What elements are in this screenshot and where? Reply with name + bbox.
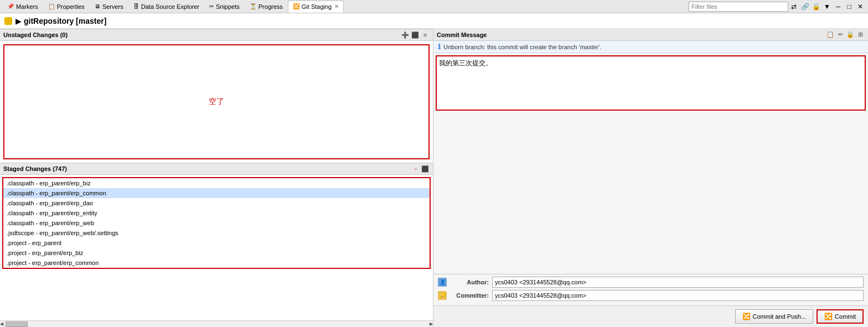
repo-icon (4, 17, 12, 25)
staged-section-header: Staged Changes (747) － ⬛ (0, 163, 433, 175)
unstaged-empty-text: 空了 (209, 97, 224, 107)
tab-progress-label: Progress (259, 3, 283, 10)
h-scroll-left-arrow[interactable]: ◀ (0, 321, 3, 326)
commit-push-icon: 🔀 (742, 313, 751, 320)
cm-icon1[interactable]: 📋 (826, 30, 835, 39)
commit-message-header: Commit Message 📋 ✏ 🔒 ⊞ (433, 29, 868, 41)
cm-icon2[interactable]: ✏ (836, 30, 845, 39)
tab-gitstaging-label: Git Staging (302, 3, 332, 10)
left-panel: Unstaged Changes (0) ➕ ⬛ ≡ 空了 Staged Cha… (0, 29, 433, 327)
tab-snippets[interactable]: ✂ Snippets (204, 1, 245, 13)
link-icon[interactable]: 🔗 (800, 2, 810, 12)
commit-icon: 🔀 (824, 313, 833, 320)
tab-gitstaging[interactable]: 🔀 Git Staging ✕ (288, 1, 344, 13)
tab-markers[interactable]: 📌 Markers (2, 1, 43, 13)
staged-title: Staged Changes (747) (3, 165, 411, 172)
gitstaging-icon: 🔀 (293, 3, 299, 9)
commit-info-bar: ℹ Unborn branch: this commit will create… (433, 41, 868, 53)
info-text: Unborn branch: this commit will create t… (443, 44, 601, 50)
snippets-icon: ✂ (209, 3, 214, 9)
tab-datasource-label: Data Source Explorer (141, 3, 199, 10)
committer-input[interactable] (492, 290, 864, 301)
right-panel: Commit Message 📋 ✏ 🔒 ⊞ ℹ Unborn branch: … (433, 29, 868, 327)
commit-button[interactable]: 🔀 Commit (817, 309, 864, 324)
tab-properties-label: Properties (57, 3, 85, 10)
info-icon: ℹ (438, 43, 441, 51)
list-item[interactable]: .jsdtscope - erp_parent/erp_web/.setting… (3, 228, 430, 238)
datasource-icon: 🗄 (133, 3, 139, 9)
unstaged-area: 空了 (0, 41, 433, 163)
servers-icon: 🖥 (95, 3, 100, 9)
properties-icon: 📋 (48, 3, 55, 9)
markers-icon: 📌 (7, 3, 14, 9)
staged-actions: － ⬛ (411, 164, 430, 173)
tab-bar-right: ⇄ 🔗 🔒 ▼ ─ □ ✕ (689, 2, 868, 12)
unstaged-border-box: 空了 (3, 44, 430, 159)
list-item[interactable]: .project - erp_parent/erp_biz (3, 248, 430, 258)
minimize-icon[interactable]: ─ (833, 2, 843, 12)
commit-label: Commit (835, 313, 856, 320)
staged-remove-icon[interactable]: － (411, 164, 420, 173)
cm-grid-icon[interactable]: ⊞ (856, 30, 865, 39)
commit-textarea-wrapper: 我的第三次提交。 (436, 55, 866, 111)
tab-servers[interactable]: 🖥 Servers (90, 1, 128, 13)
commit-message-area: 我的第三次提交。 (433, 53, 868, 274)
tab-gitstaging-close[interactable]: ✕ (334, 3, 339, 9)
author-row: 👤 Author: (438, 277, 864, 288)
bottom-actions: 🔀 Commit and Push... 🔀 Commit (433, 305, 868, 327)
author-section: 👤 Author: 🔑 Committer: (433, 274, 868, 305)
commit-message-rest (436, 111, 866, 272)
tab-properties[interactable]: 📋 Properties (43, 1, 90, 13)
lock-icon[interactable]: 🔒 (811, 2, 821, 12)
title-bar: ▶ gitRepository [master] (0, 13, 868, 29)
h-scroll-right-arrow[interactable]: ▶ (430, 321, 433, 326)
commit-and-push-label: Commit and Push... (753, 313, 807, 320)
tab-bar: 📌 Markers 📋 Properties 🖥 Servers 🗄 Data … (0, 0, 868, 13)
list-item[interactable]: .classpath - erp_parent/erp_biz (3, 178, 430, 188)
unstaged-title: Unstaged Changes (0) (3, 32, 401, 38)
close-icon[interactable]: ✕ (855, 2, 865, 12)
tab-servers-label: Servers (102, 3, 123, 10)
commit-message-input[interactable]: 我的第三次提交。 (437, 56, 865, 110)
unstaged-section-header: Unstaged Changes (0) ➕ ⬛ ≡ (0, 29, 433, 41)
list-item[interactable]: .classpath - erp_parent/erp_common (3, 188, 430, 198)
committer-row: 🔑 Committer: (438, 290, 864, 301)
list-item[interactable]: .project - erp_parent (3, 238, 430, 248)
author-label: Author: (450, 279, 489, 286)
list-item[interactable]: .classpath - erp_parent/erp_entity (3, 208, 430, 218)
unstaged-add-icon[interactable]: ➕ (401, 30, 410, 39)
staged-list[interactable]: .classpath - erp_parent/erp_biz .classpa… (0, 175, 433, 320)
unstaged-menu-icon[interactable]: ≡ (421, 30, 430, 39)
staged-area: .classpath - erp_parent/erp_biz .classpa… (0, 175, 433, 327)
staged-h-scrollbar[interactable]: ◀ ▶ (0, 320, 433, 327)
filter-files-input[interactable] (689, 2, 788, 12)
page-title: gitRepository [master] (24, 17, 106, 25)
title-arrow: ▶ (16, 17, 22, 25)
tab-progress[interactable]: ⏳ Progress (245, 1, 288, 13)
dropdown-icon[interactable]: ▼ (822, 2, 832, 12)
cm-actions: 📋 ✏ 🔒 ⊞ (826, 30, 865, 39)
committer-icon: 🔑 (438, 291, 447, 300)
list-item[interactable]: .project - erp_parent/erp_common (3, 258, 430, 268)
h-scroll-thumb (6, 321, 28, 327)
maximize-icon[interactable]: □ (844, 2, 854, 12)
tab-datasource[interactable]: 🗄 Data Source Explorer (128, 1, 204, 13)
tab-snippets-label: Snippets (216, 3, 240, 10)
unstaged-collapse-icon[interactable]: ⬛ (411, 30, 420, 39)
commit-message-title: Commit Message (437, 32, 826, 38)
staged-collapse-icon[interactable]: ⬛ (421, 164, 430, 173)
tab-markers-label: Markers (16, 3, 38, 10)
main-content: Unstaged Changes (0) ➕ ⬛ ≡ 空了 Staged Cha… (0, 29, 868, 327)
sync-icon[interactable]: ⇄ (789, 2, 799, 12)
commit-and-push-button[interactable]: 🔀 Commit and Push... (735, 309, 814, 324)
cm-lock-icon[interactable]: 🔒 (846, 30, 855, 39)
author-icon: 👤 (438, 278, 447, 287)
staged-list-inner: .classpath - erp_parent/erp_biz .classpa… (2, 177, 431, 269)
list-item[interactable]: .classpath - erp_parent/erp_web (3, 218, 430, 228)
progress-icon: ⏳ (250, 3, 256, 9)
list-item[interactable]: .classpath - erp_parent/erp_dao (3, 198, 430, 208)
author-input[interactable] (492, 277, 864, 288)
unstaged-actions: ➕ ⬛ ≡ (401, 30, 430, 39)
committer-label: Committer: (450, 292, 489, 299)
